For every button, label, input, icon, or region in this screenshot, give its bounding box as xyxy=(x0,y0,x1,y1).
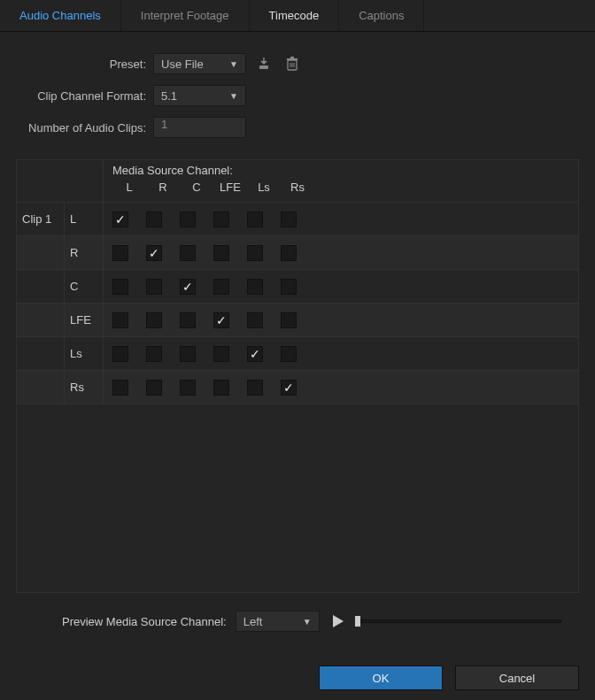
preview-channel-dropdown[interactable]: Left ▼ xyxy=(236,611,320,632)
channel-checkbox[interactable] xyxy=(247,279,263,295)
tab-timecode[interactable]: Timecode xyxy=(250,0,340,31)
tab-audio-channels[interactable]: Audio Channels xyxy=(0,0,121,31)
channel-row: Clip 1L✓ xyxy=(17,203,578,236)
channel-row: LFE✓ xyxy=(17,304,578,337)
channel-checkbox[interactable] xyxy=(281,245,297,261)
form-area: Preset: Use File ▼ Clip Channel Format: … xyxy=(0,32,595,152)
clip-name-cell xyxy=(17,270,65,303)
clip-name-cell xyxy=(17,337,65,370)
tab-bar: Audio Channels Interpret Footage Timecod… xyxy=(0,0,595,32)
checkbox-row: ✓ xyxy=(104,371,578,404)
channel-checkbox[interactable]: ✓ xyxy=(112,212,128,227)
channel-label-cell: C xyxy=(65,270,104,303)
preview-slider[interactable] xyxy=(357,619,561,623)
channel-checkbox[interactable]: ✓ xyxy=(247,346,263,362)
channel-checkbox[interactable] xyxy=(213,212,229,227)
checkbox-row: ✓ xyxy=(104,236,578,269)
checkbox-row: ✓ xyxy=(104,304,578,336)
clip-name-cell xyxy=(17,236,65,269)
clip-channel-format-label: Clip Channel Format: xyxy=(0,89,146,103)
channel-label-cell: L xyxy=(65,203,104,235)
svg-rect-5 xyxy=(287,58,298,60)
channel-checkbox[interactable]: ✓ xyxy=(213,312,229,328)
num-clips-label: Number of Audio Clips: xyxy=(0,121,146,135)
channel-row: R✓ xyxy=(17,236,578,270)
clip-channel-format-value: 5.1 xyxy=(161,89,177,103)
column-header: LFE xyxy=(213,181,247,194)
checkbox-row: ✓ xyxy=(104,337,578,370)
channel-checkbox[interactable] xyxy=(213,380,229,396)
clip-name-cell: Clip 1 xyxy=(17,203,65,235)
channel-label-cell: LFE xyxy=(65,304,104,336)
cancel-button[interactable]: Cancel xyxy=(455,665,579,690)
channel-checkbox[interactable] xyxy=(146,346,162,362)
channel-checkbox[interactable] xyxy=(146,212,162,227)
channel-checkbox[interactable] xyxy=(146,312,162,328)
column-header: R xyxy=(146,181,180,194)
svg-marker-7 xyxy=(333,615,344,627)
preview-label: Preview Media Source Channel: xyxy=(62,615,227,628)
channel-checkbox[interactable]: ✓ xyxy=(180,279,196,295)
channel-checkbox[interactable] xyxy=(180,212,196,227)
preset-dropdown[interactable]: Use File ▼ xyxy=(153,53,246,74)
trash-icon[interactable] xyxy=(282,53,303,74)
channel-checkbox[interactable] xyxy=(281,212,297,227)
channel-checkbox[interactable] xyxy=(112,279,128,295)
svg-rect-0 xyxy=(259,65,268,69)
channel-checkbox[interactable] xyxy=(247,245,263,261)
ok-button[interactable]: OK xyxy=(319,665,443,690)
play-button[interactable] xyxy=(328,612,348,631)
channel-label-cell: R xyxy=(65,236,104,269)
svg-rect-6 xyxy=(290,57,294,58)
clip-name-cell xyxy=(17,371,65,404)
channel-checkbox[interactable] xyxy=(281,312,297,328)
channel-checkbox[interactable] xyxy=(180,380,196,396)
channel-checkbox[interactable] xyxy=(112,245,128,261)
channel-row: C✓ xyxy=(17,270,578,304)
tab-interpret-footage[interactable]: Interpret Footage xyxy=(121,0,250,31)
channel-checkbox[interactable] xyxy=(213,346,229,362)
channel-checkbox[interactable] xyxy=(146,279,162,295)
channel-checkbox[interactable] xyxy=(247,212,263,227)
channel-checkbox[interactable] xyxy=(213,279,229,295)
clip-name-cell xyxy=(17,304,65,336)
channel-checkbox[interactable] xyxy=(180,245,196,261)
channel-checkbox[interactable]: ✓ xyxy=(146,245,162,261)
checkbox-row: ✓ xyxy=(104,203,578,235)
preview-channel-value: Left xyxy=(243,615,263,628)
preset-label: Preset: xyxy=(0,58,146,71)
channel-label-cell: Rs xyxy=(65,371,104,404)
channel-checkbox[interactable]: ✓ xyxy=(281,380,297,396)
chevron-down-icon: ▼ xyxy=(303,617,312,627)
chevron-down-icon: ▼ xyxy=(229,91,238,101)
channel-checkbox[interactable] xyxy=(247,312,263,328)
clip-channel-format-dropdown[interactable]: 5.1 ▼ xyxy=(153,85,246,106)
column-header: Rs xyxy=(281,181,314,194)
channel-label-cell: Ls xyxy=(65,337,104,370)
tab-captions[interactable]: Captions xyxy=(339,0,424,31)
channel-checkbox[interactable] xyxy=(247,380,263,396)
save-preset-icon[interactable] xyxy=(253,53,274,74)
channel-row: Rs✓ xyxy=(17,371,578,404)
column-header: C xyxy=(180,181,213,194)
checkbox-row: ✓ xyxy=(104,270,578,303)
channel-checkbox[interactable] xyxy=(180,312,196,328)
channel-checkbox[interactable] xyxy=(112,312,128,328)
column-header: L xyxy=(112,181,146,194)
channel-checkbox[interactable] xyxy=(112,380,128,396)
preset-value: Use File xyxy=(161,58,204,71)
channel-checkbox[interactable] xyxy=(180,346,196,362)
channel-checkbox[interactable] xyxy=(146,380,162,396)
channel-row: Ls✓ xyxy=(17,337,578,371)
slider-thumb[interactable] xyxy=(355,616,360,627)
channel-checkbox[interactable] xyxy=(112,346,128,362)
column-header: Ls xyxy=(247,181,281,194)
channel-checkbox[interactable] xyxy=(281,346,297,362)
channel-checkbox[interactable] xyxy=(281,279,297,295)
channel-grid: Media Source Channel: LRCLFELsRs Clip 1L… xyxy=(16,159,579,593)
channel-checkbox[interactable] xyxy=(213,245,229,261)
media-source-channel-label: Media Source Channel: xyxy=(109,164,573,177)
chevron-down-icon: ▼ xyxy=(229,59,238,69)
num-clips-input[interactable]: 1 xyxy=(153,117,246,138)
